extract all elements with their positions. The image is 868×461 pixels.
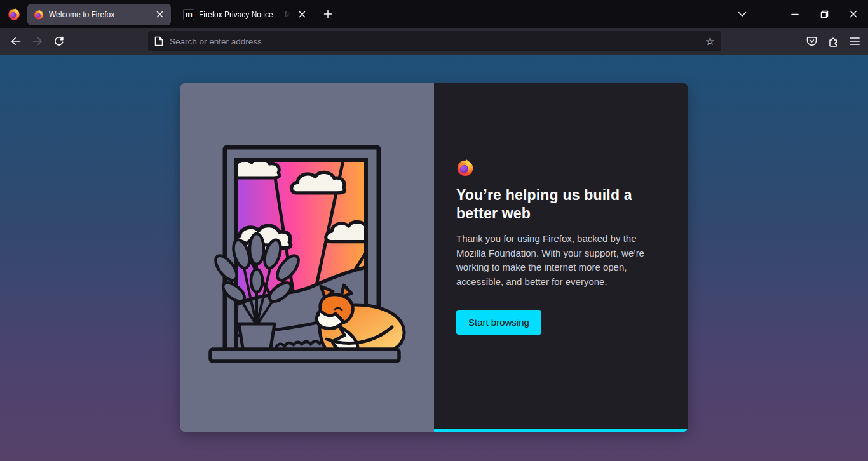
browser-window: Welcome to Firefox m Firefox Privacy Not… [0,0,868,461]
bookmark-star-icon[interactable]: ☆ [705,36,715,47]
titlebar: Welcome to Firefox m Firefox Privacy Not… [0,0,868,28]
navigation-toolbar: Search or enter address ☆ [0,28,868,55]
page-icon [154,36,163,46]
pocket-icon[interactable] [801,30,822,52]
new-tab-button[interactable] [318,4,337,23]
firefox-logo-icon [456,159,474,177]
tab-title: Firefox Privacy Notice — Mozill [199,10,293,19]
page-body-text: Thank you for using Firefox, backed by t… [456,232,666,289]
sunrise-window-fox-illustration [202,145,412,373]
back-button[interactable] [5,30,27,52]
onboarding-progress-bar [434,429,688,432]
window-controls [780,0,868,28]
tab-close-icon[interactable] [295,8,308,21]
firefox-favicon-icon [34,10,44,20]
forward-button[interactable] [27,30,48,52]
illustration-panel [180,83,434,432]
tab-welcome-to-firefox[interactable]: Welcome to Firefox [27,4,171,25]
extensions-puzzle-icon[interactable] [822,30,844,52]
close-button[interactable] [839,0,868,28]
page-content: You’re helping us build a better web Tha… [0,55,868,461]
tab-privacy-notice[interactable]: m Firefox Privacy Notice — Mozill [177,4,313,25]
firefox-window-icon [8,8,20,20]
minimize-button[interactable] [780,0,810,28]
mozilla-favicon-icon: m [184,10,194,20]
tab-title: Welcome to Firefox [49,10,151,19]
address-bar[interactable]: Search or enter address ☆ [148,31,721,51]
address-placeholder: Search or enter address [170,37,705,46]
message-panel: You’re helping us build a better web Tha… [434,83,688,432]
restore-button[interactable] [810,0,839,28]
start-browsing-button[interactable]: Start browsing [456,310,541,335]
menu-hamburger-icon[interactable] [844,30,865,52]
tab-close-icon[interactable] [153,8,166,21]
page-title: You’re helping us build a better web [456,186,666,223]
onboarding-card: You’re helping us build a better web Tha… [180,83,688,432]
list-all-tabs-chevron-icon[interactable] [732,4,752,23]
reload-button[interactable] [48,30,70,52]
